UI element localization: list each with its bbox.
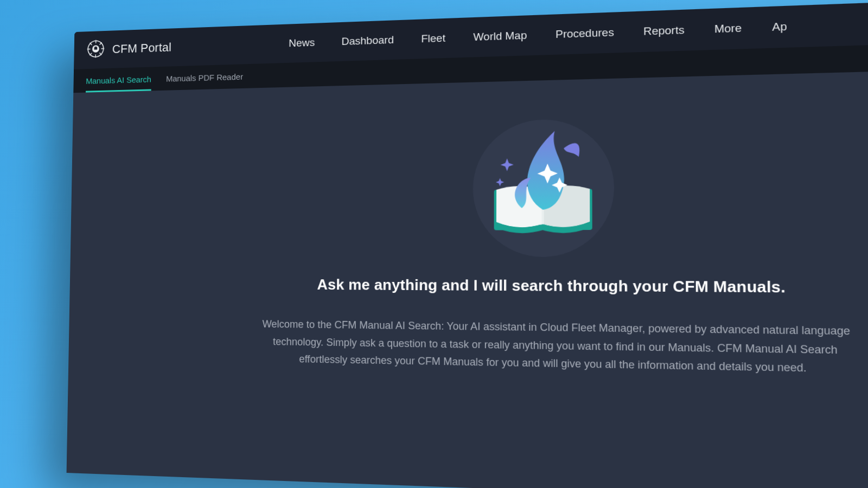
- nav-reports[interactable]: Reports: [643, 24, 685, 38]
- nav-procedures[interactable]: Procedures: [556, 26, 614, 41]
- nav-world-map[interactable]: World Map: [473, 29, 527, 43]
- app-window: CFM Portal News Dashboard Fleet World Ma…: [67, 0, 868, 488]
- primary-nav: News Dashboard Fleet World Map Procedure…: [289, 20, 787, 49]
- hero-headline: Ask me anything and I will search throug…: [101, 275, 868, 298]
- nav-fleet[interactable]: Fleet: [421, 32, 445, 45]
- app-title: CFM Portal: [112, 40, 171, 56]
- nav-dashboard[interactable]: Dashboard: [341, 34, 394, 48]
- nav-more[interactable]: More: [714, 22, 742, 36]
- hero-body: Welcome to the CFM Manual AI Search: You…: [260, 316, 852, 378]
- tab-manuals-ai-search[interactable]: Manuals AI Search: [86, 68, 151, 92]
- content-area: Ask me anything and I will search throug…: [67, 66, 868, 488]
- magic-book-icon: [101, 97, 868, 260]
- brand[interactable]: CFM Portal: [86, 36, 171, 61]
- tab-manuals-pdf-reader[interactable]: Manuals PDF Reader: [166, 65, 244, 89]
- nav-ap[interactable]: Ap: [772, 20, 787, 34]
- ship-wheel-icon: [86, 39, 105, 61]
- nav-news[interactable]: News: [289, 36, 315, 49]
